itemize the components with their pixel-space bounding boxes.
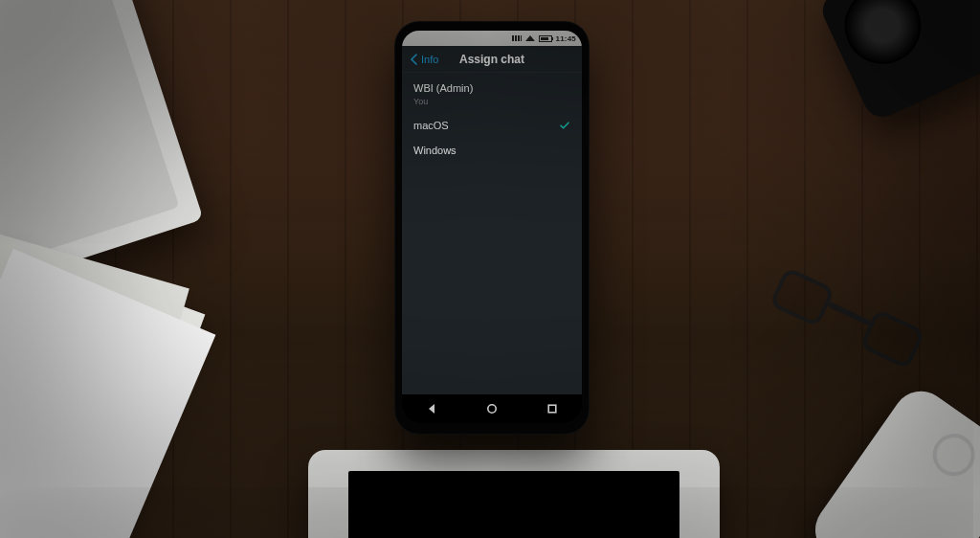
- wifi-icon: [525, 35, 535, 41]
- assignee-row[interactable]: Windows: [402, 140, 582, 163]
- assignee-row[interactable]: macOS: [402, 113, 582, 140]
- android-home-button[interactable]: [483, 400, 501, 417]
- status-time: 11:45: [556, 34, 576, 43]
- assignee-list: WBI (Admin) You macOS Windows: [402, 73, 582, 394]
- page-title: Assign chat: [459, 53, 524, 66]
- back-button[interactable]: Info: [406, 46, 442, 72]
- nav-header: Info Assign chat: [402, 46, 582, 73]
- svg-rect-1: [548, 405, 556, 413]
- assignee-subtitle: You: [413, 97, 473, 107]
- phone-screen: 11:45 Info Assign chat WBI (Admin) You: [402, 31, 582, 423]
- tablet-prop: [308, 450, 720, 538]
- back-label: Info: [421, 54, 438, 65]
- cellular-signal-icon: [512, 35, 522, 41]
- phone-frame: 11:45 Info Assign chat WBI (Admin) You: [394, 21, 590, 435]
- android-back-button[interactable]: [423, 400, 440, 417]
- assignee-name: WBI (Admin): [413, 82, 473, 96]
- assignee-name: Windows: [413, 145, 457, 158]
- android-recent-button[interactable]: [544, 400, 561, 417]
- checkmark-icon: [559, 118, 570, 135]
- assignee-name: macOS: [413, 120, 449, 133]
- battery-icon: [539, 35, 552, 42]
- chevron-left-icon: [410, 54, 419, 65]
- svg-point-0: [488, 405, 496, 413]
- status-bar: 11:45: [402, 31, 582, 46]
- assignee-row[interactable]: WBI (Admin) You: [402, 77, 582, 113]
- android-nav-bar: [402, 394, 582, 423]
